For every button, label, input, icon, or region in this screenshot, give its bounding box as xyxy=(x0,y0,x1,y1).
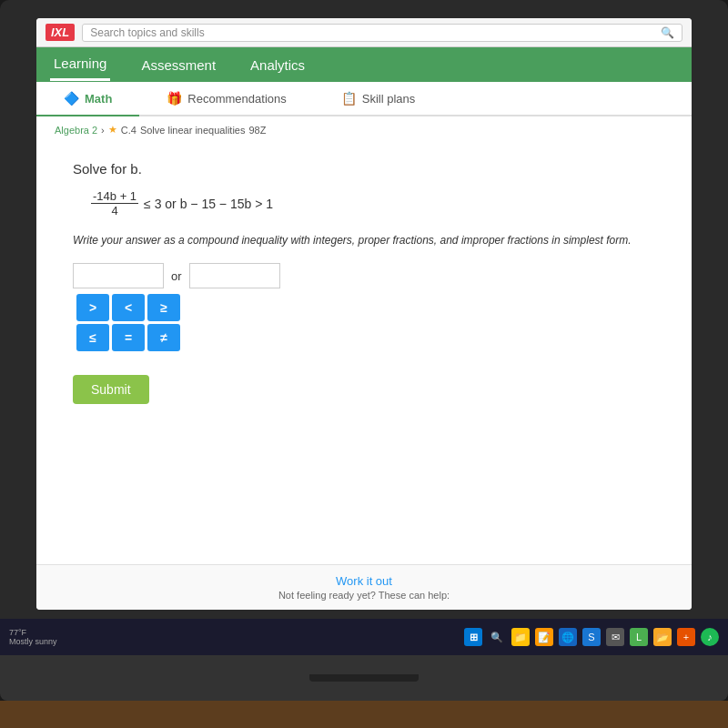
taskbar: 77°F Mostly sunny ⊞ 🔍 📁 📝 🌐 S ✉ L 📂 + ♪ xyxy=(0,619,728,655)
equation-rest: ≤ 3 or b − 15 − 15b > 1 xyxy=(144,197,273,211)
nav-analytics[interactable]: Analytics xyxy=(247,50,308,80)
sym-greater-equal[interactable]: ≥ xyxy=(147,294,180,321)
breadcrumb-skill-code: C.4 xyxy=(121,125,136,136)
breadcrumb: Algebra 2 › ★ C.4 Solve linear inequalit… xyxy=(36,116,692,143)
temperature: 77°F xyxy=(9,628,57,637)
math-tab-icon: 🔷 xyxy=(64,91,79,106)
nav-learning[interactable]: Learning xyxy=(50,48,110,81)
search-text: Search topics and skills xyxy=(90,26,204,39)
laptop-base xyxy=(0,655,728,701)
or-label: or xyxy=(171,265,182,288)
symbol-pad: > < ≥ ≤ = ≠ xyxy=(76,294,280,351)
breadcrumb-problem-id: 98Z xyxy=(248,125,266,136)
taskbar-note-icon[interactable]: 📝 xyxy=(535,628,553,646)
taskbar-browser-icon[interactable]: 🌐 xyxy=(559,628,577,646)
recommendations-tab-icon: 🎁 xyxy=(167,91,182,106)
tabs-bar: 🔷 Math 🎁 Recommendations 📋 Skill plans xyxy=(36,82,692,116)
tab-skill-plans-label: Skill plans xyxy=(362,92,416,106)
tab-math[interactable]: 🔷 Math xyxy=(36,82,139,116)
answer-instructions: Write your answer as a compound inequali… xyxy=(73,232,655,248)
sym-not-equal[interactable]: ≠ xyxy=(147,324,180,351)
skill-plans-tab-icon: 📋 xyxy=(341,91,357,106)
answer-area: or > < ≥ ≤ = ≠ xyxy=(73,263,655,351)
tab-math-label: Math xyxy=(85,92,112,106)
taskbar-yellow-icon[interactable]: 📂 xyxy=(653,628,672,646)
laptop-notch xyxy=(309,674,419,682)
browser-bar: IXL Search topics and skills 🔍 xyxy=(36,18,692,47)
answer-input-right[interactable] xyxy=(189,263,280,288)
submit-button[interactable]: Submit xyxy=(73,375,149,404)
work-it-out-link[interactable]: Work it out xyxy=(55,574,673,588)
taskbar-file-icon[interactable]: 📁 xyxy=(511,628,530,646)
laptop-screen-area: IXL Search topics and skills 🔍 Learning … xyxy=(0,0,728,619)
taskbar-green-icon[interactable]: L xyxy=(630,628,648,646)
breadcrumb-skill-name: Solve linear inequalities xyxy=(140,125,246,136)
fraction: -14b + 1 4 xyxy=(91,189,138,217)
sym-less-than[interactable]: < xyxy=(112,294,145,321)
breadcrumb-course[interactable]: Algebra 2 xyxy=(55,125,97,136)
answer-input-left[interactable] xyxy=(73,263,164,288)
taskbar-orange-icon[interactable]: + xyxy=(677,628,695,646)
tab-recommendations-label: Recommendations xyxy=(187,92,286,106)
desk-surface xyxy=(0,701,728,728)
sym-less-equal[interactable]: ≤ xyxy=(76,324,109,351)
taskbar-spotify-icon[interactable]: ♪ xyxy=(701,628,719,646)
ixl-logo: IXL xyxy=(46,24,75,41)
breadcrumb-star-icon: ★ xyxy=(108,124,117,136)
taskbar-mail-icon[interactable]: ✉ xyxy=(606,628,624,646)
help-not-ready-text: Not feeling ready yet? These can help: xyxy=(55,590,673,601)
tab-skill-plans[interactable]: 📋 Skill plans xyxy=(314,82,443,116)
sym-greater-than[interactable]: > xyxy=(76,294,109,321)
fraction-denominator: 4 xyxy=(109,204,119,217)
breadcrumb-separator: › xyxy=(101,125,105,136)
help-section: Work it out Not feeling ready yet? These… xyxy=(36,564,692,610)
fraction-numerator: -14b + 1 xyxy=(91,189,138,204)
search-icon: 🔍 xyxy=(661,26,674,39)
weather-condition: Mostly sunny xyxy=(9,637,57,646)
problem-instruction: Solve for b. xyxy=(73,161,655,177)
windows-start-icon[interactable]: ⊞ xyxy=(464,628,482,646)
taskbar-weather: 77°F Mostly sunny xyxy=(9,628,57,646)
search-bar[interactable]: Search topics and skills 🔍 xyxy=(82,24,682,42)
taskbar-icons: ⊞ 🔍 📁 📝 🌐 S ✉ L 📂 + ♪ xyxy=(464,628,719,646)
nav-bar: Learning Assessment Analytics xyxy=(36,47,692,82)
math-equation: -14b + 1 4 ≤ 3 or b − 15 − 15b > 1 xyxy=(91,189,655,217)
nav-assessment[interactable]: Assessment xyxy=(137,50,219,80)
taskbar-search-icon[interactable]: 🔍 xyxy=(488,628,506,646)
sym-equal[interactable]: = xyxy=(112,324,145,351)
taskbar-blue2-icon[interactable]: S xyxy=(582,628,601,646)
tab-recommendations[interactable]: 🎁 Recommendations xyxy=(139,82,313,116)
screen: IXL Search topics and skills 🔍 Learning … xyxy=(36,18,692,610)
main-content: Solve for b. -14b + 1 4 ≤ 3 or b − 15 − … xyxy=(36,143,692,564)
